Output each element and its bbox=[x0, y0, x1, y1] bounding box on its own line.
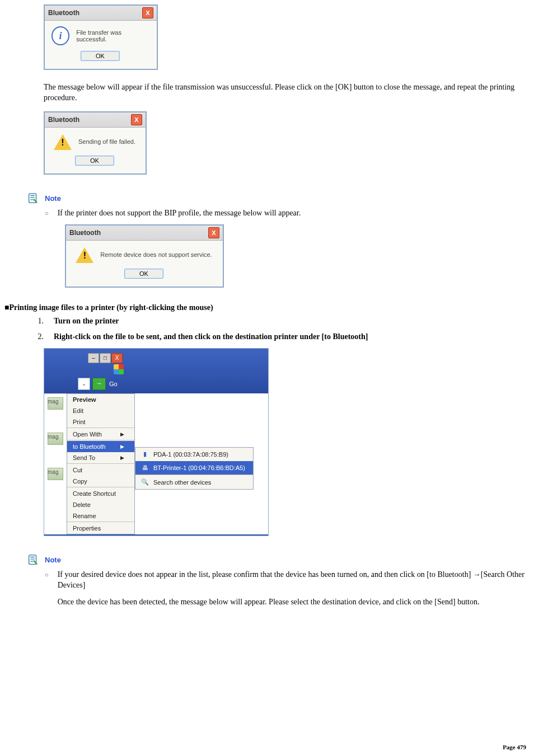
ctx-rename[interactable]: Rename bbox=[67, 510, 134, 522]
step-text: Right-click on the file to be sent, and … bbox=[54, 332, 368, 341]
warning-icon bbox=[54, 134, 72, 150]
ctx-delete[interactable]: Delete bbox=[67, 499, 134, 510]
dialog-message: Sending of file failed. bbox=[78, 138, 135, 145]
window-buttons: – □ X bbox=[88, 353, 123, 363]
submenu-search[interactable]: 🔍 Search other devices bbox=[135, 476, 253, 489]
dialog-title: Bluetooth bbox=[48, 9, 79, 17]
chevron-right-icon: ▶ bbox=[120, 444, 124, 449]
step-number: 1. bbox=[35, 317, 44, 326]
step-number: 2. bbox=[35, 332, 44, 341]
address-dropdown[interactable]: ⌄ bbox=[78, 378, 90, 390]
ctx-print[interactable]: Print bbox=[67, 416, 134, 428]
note-text: Once the device has been detected, the m… bbox=[58, 597, 530, 608]
windows-flag-icon bbox=[114, 364, 124, 374]
ctx-preview[interactable]: Preview bbox=[67, 394, 134, 405]
note-bullet: ○ If your desired device does not appear… bbox=[45, 570, 530, 608]
note-bullet: ○ If the printer does not support the BI… bbox=[45, 208, 530, 219]
dialog-success: Bluetooth X i File transfer was successf… bbox=[44, 4, 158, 70]
bluetooth-submenu: ▮ PDA-1 (00:03:7A:08:75:B9) 🖶 BT-Printer… bbox=[135, 447, 254, 490]
ctx-create-shortcut[interactable]: Create Shortcut bbox=[67, 488, 134, 499]
svg-point-1 bbox=[33, 199, 35, 200]
go-button[interactable]: → bbox=[92, 378, 106, 390]
maximize-icon[interactable]: □ bbox=[100, 353, 111, 363]
close-icon[interactable]: X bbox=[131, 114, 142, 125]
note-heading: Note bbox=[27, 554, 530, 566]
chevron-right-icon: ▶ bbox=[120, 455, 124, 461]
close-icon[interactable]: X bbox=[142, 7, 153, 18]
minimize-icon[interactable]: – bbox=[88, 353, 99, 363]
svg-point-3 bbox=[33, 560, 35, 562]
ctx-copy[interactable]: Copy bbox=[67, 476, 134, 487]
step-text: Turn on the printer bbox=[54, 317, 119, 326]
ctx-edit[interactable]: Edit bbox=[67, 405, 134, 416]
ok-button[interactable]: OK bbox=[124, 269, 163, 279]
info-icon: i bbox=[51, 26, 69, 45]
section-heading: ■Printing image files to a printer (by r… bbox=[4, 303, 530, 312]
dialog-titlebar: Bluetooth X bbox=[66, 226, 223, 241]
note-icon bbox=[27, 192, 39, 205]
step-1: 1. Turn on the printer bbox=[35, 317, 530, 326]
go-label: Go bbox=[109, 381, 118, 387]
note-label: Note bbox=[45, 194, 61, 203]
thumbnail-column: mag mag mag bbox=[44, 393, 67, 534]
note-icon bbox=[27, 554, 39, 566]
submenu-label: BT-Printer-1 (00:04:76:B6:BD:A5) bbox=[153, 464, 245, 471]
note-heading: Note bbox=[27, 192, 530, 205]
close-icon[interactable]: X bbox=[208, 227, 219, 238]
submenu-pda[interactable]: ▮ PDA-1 (00:03:7A:08:75:B9) bbox=[135, 448, 253, 461]
chevron-right-icon: ▶ bbox=[120, 431, 124, 437]
dialog-message: Remote device does not support service. bbox=[100, 251, 212, 258]
bullet-marker: ○ bbox=[45, 208, 49, 219]
ctx-cut[interactable]: Cut bbox=[67, 464, 134, 476]
note-text: If the printer does not support the BIP … bbox=[58, 208, 301, 219]
ok-button[interactable]: OK bbox=[75, 156, 114, 166]
dialog-unsupported: Bluetooth X Remote device does not suppo… bbox=[65, 224, 224, 288]
dialog-message: File transfer was successful. bbox=[76, 29, 149, 43]
thumbnail-label: mag bbox=[48, 398, 63, 405]
dialog-failed: Bluetooth X Sending of file failed. OK bbox=[44, 111, 147, 175]
ctx-open-with[interactable]: Open With▶ bbox=[67, 429, 134, 440]
submenu-label: Search other devices bbox=[153, 479, 211, 486]
submenu-printer[interactable]: 🖶 BT-Printer-1 (00:04:76:B6:BD:A5) bbox=[135, 461, 253, 475]
ok-button[interactable]: OK bbox=[81, 51, 120, 61]
device-icon: ▮ bbox=[141, 450, 149, 458]
dialog-title: Bluetooth bbox=[69, 229, 101, 237]
dialog-title: Bluetooth bbox=[48, 116, 79, 124]
close-icon[interactable]: X bbox=[111, 353, 123, 363]
ctx-properties[interactable]: Properties bbox=[67, 523, 134, 534]
thumbnail-label: mag bbox=[48, 434, 63, 440]
window-chrome: – □ X ⌄ → Go bbox=[44, 349, 268, 393]
search-icon: 🔍 bbox=[141, 478, 149, 486]
ctx-send-to[interactable]: Send To▶ bbox=[67, 452, 134, 463]
context-menu: Preview Edit Print Open With▶ to Bluetoo… bbox=[67, 393, 135, 534]
bullet-marker: ○ bbox=[45, 570, 49, 608]
paragraph-unsuccessful: The message below will appear if the fil… bbox=[44, 82, 530, 104]
note-label: Note bbox=[45, 556, 61, 564]
thumbnail-label: mag bbox=[48, 469, 63, 475]
dialog-titlebar: Bluetooth X bbox=[45, 6, 157, 21]
warning-icon bbox=[76, 247, 93, 263]
step-2: 2. Right-click on the file to be sent, a… bbox=[35, 332, 530, 341]
dialog-titlebar: Bluetooth X bbox=[45, 112, 146, 128]
address-bar: ⌄ → Go bbox=[78, 378, 118, 390]
note-text: If your desired device does not appear i… bbox=[58, 570, 530, 591]
ctx-to-bluetooth[interactable]: to Bluetooth▶ bbox=[67, 441, 134, 452]
submenu-label: PDA-1 (00:03:7A:08:75:B9) bbox=[153, 451, 228, 458]
printer-icon: 🖶 bbox=[141, 464, 149, 472]
screenshot-context-menu: – □ X ⌄ → Go mag mag mag Preview Edit Pr… bbox=[44, 348, 269, 536]
